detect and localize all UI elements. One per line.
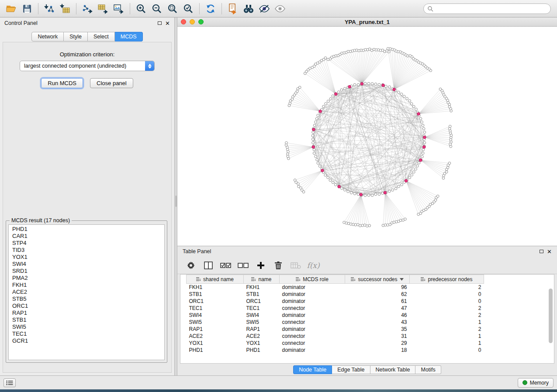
zoom-out-button[interactable]	[149, 2, 165, 16]
table-cell: 2	[410, 326, 484, 333]
tab-network[interactable]: Network	[31, 32, 64, 41]
table-cell: ACE2	[244, 333, 280, 340]
mcds-result-item[interactable]: TEC1	[9, 330, 164, 337]
function-builder-button[interactable]: f(x)	[307, 259, 320, 272]
table-cell: 0	[410, 347, 484, 354]
mcds-result-item[interactable]: PHD1	[9, 226, 164, 233]
show-all-button[interactable]	[272, 2, 288, 16]
float-panel-icon[interactable]	[158, 21, 162, 25]
open-file-button[interactable]	[3, 2, 19, 16]
tab-node-table[interactable]: Node Table	[293, 365, 332, 374]
table-row[interactable]: SWI5SWI5connector431	[187, 319, 484, 326]
mcds-result-item[interactable]: YOX1	[9, 254, 164, 261]
mcds-result-list[interactable]: PHD1CAR1STP4TID3YOX1SWI4SRD1PMA2FKH1ACE2…	[8, 224, 165, 360]
mcds-result-item[interactable]: CAR1	[9, 233, 164, 240]
zoom-in-icon	[135, 3, 147, 14]
mcds-result-item[interactable]: STB1	[9, 316, 164, 323]
delete-table-button[interactable]	[289, 259, 302, 272]
import-table-button[interactable]	[57, 2, 73, 16]
mcds-result-item[interactable]: SRD1	[9, 268, 164, 275]
tab-motifs[interactable]: Motifs	[415, 365, 441, 374]
mcds-result-item[interactable]: FKH1	[9, 282, 164, 289]
table-row[interactable]: ORC1ORC1dominator610	[187, 298, 484, 305]
column-header-shared-name[interactable]: shared name	[187, 275, 244, 284]
tab-edge-table[interactable]: Edge Table	[332, 365, 370, 374]
table-row[interactable]: TEC1TEC1connector472	[187, 305, 484, 312]
toolbar-separator	[199, 3, 200, 14]
import-network-button[interactable]	[42, 2, 57, 16]
mcds-result-item[interactable]: GCR1	[9, 337, 164, 344]
search-field[interactable]	[423, 3, 551, 14]
table-row[interactable]: RAP1RAP1dominator352	[187, 326, 484, 333]
delete-column-button[interactable]	[272, 259, 285, 272]
mcds-result-item[interactable]: ORC1	[9, 303, 164, 309]
run-mcds-button[interactable]: Run MCDS	[41, 78, 83, 88]
create-column-button[interactable]	[254, 259, 267, 272]
table-row[interactable]: SWI4SWI4dominator462	[187, 312, 484, 319]
deselect-all-rows-button[interactable]	[237, 259, 250, 272]
table-row[interactable]: ACE2ACE2connector311	[187, 333, 484, 340]
search-input[interactable]	[433, 6, 547, 12]
close-table-panel-icon[interactable]: ✕	[547, 249, 552, 254]
export-network-button[interactable]	[80, 2, 95, 16]
float-table-panel-icon[interactable]	[540, 250, 543, 253]
close-panel-icon[interactable]: ✕	[165, 21, 170, 26]
mcds-result-item[interactable]: TID3	[9, 247, 164, 254]
table-cell: dominator	[280, 347, 345, 354]
table-settings-button[interactable]	[184, 259, 197, 272]
table-row[interactable]: FKH1FKH1dominator962	[187, 284, 484, 291]
toolbar-separator	[221, 3, 222, 14]
table-scrollbar[interactable]	[549, 275, 553, 362]
export-image-button[interactable]	[111, 2, 127, 16]
table-cell: FKH1	[244, 284, 280, 291]
zoom-fit-button[interactable]	[165, 2, 180, 16]
tab-select[interactable]: Select	[88, 32, 115, 41]
scrollbar-thumb[interactable]	[549, 289, 553, 343]
table-cell: connector	[280, 340, 345, 347]
column-header-successor-nodes[interactable]: successor nodes	[345, 275, 410, 284]
close-panel-button[interactable]: Close panel	[90, 78, 133, 88]
zoom-selected-button[interactable]	[180, 2, 196, 16]
tab-style[interactable]: Style	[64, 32, 88, 41]
save-session-button[interactable]	[19, 2, 35, 16]
status-menu-button[interactable]	[3, 378, 16, 387]
column-header-mcds-role[interactable]: MCDS role	[280, 275, 345, 284]
zoom-in-button[interactable]	[133, 2, 149, 16]
find-button[interactable]	[241, 2, 256, 16]
table-row[interactable]: YOX1YOX1connector291	[187, 340, 484, 347]
refresh-layout-button[interactable]	[203, 2, 218, 16]
network-titlebar[interactable]: YPA_prune.txt_1	[177, 17, 557, 27]
table-cell: dominator	[280, 326, 345, 333]
table-cell: dominator	[280, 284, 345, 291]
column-header-predecessor-nodes[interactable]: predecessor nodes	[410, 275, 484, 284]
splitter-handle-icon	[175, 196, 177, 207]
table-cell: 96	[345, 284, 410, 291]
memory-button[interactable]: Memory	[518, 378, 554, 388]
mcds-result-item[interactable]: SWI4	[9, 261, 164, 268]
table-row[interactable]: PHD1PHD1dominator180	[187, 347, 484, 354]
network-snapshot-button[interactable]	[225, 2, 241, 16]
select-all-rows-button[interactable]	[219, 259, 232, 272]
mcds-result-item[interactable]: ACE2	[9, 289, 164, 296]
mcds-result-item[interactable]: SWI5	[9, 323, 164, 330]
mcds-result-item[interactable]: RAP1	[9, 309, 164, 316]
table-row[interactable]: STB1STB1dominator620	[187, 291, 484, 298]
network-canvas[interactable]	[177, 27, 557, 246]
export-table-button[interactable]	[95, 2, 111, 16]
network-graph[interactable]	[177, 27, 557, 246]
mcds-result-item[interactable]: PMA2	[9, 275, 164, 282]
table-cell: connector	[280, 333, 345, 340]
mcds-result-item[interactable]: STB5	[9, 296, 164, 303]
table-cell: 35	[345, 326, 410, 333]
column-header-name[interactable]: name	[244, 275, 280, 284]
list-icon	[6, 380, 13, 385]
criterion-dropdown[interactable]: largest connected component (undirected)	[20, 61, 155, 71]
mcds-result-item[interactable]: STP4	[9, 240, 164, 247]
tab-mcds[interactable]: MCDS	[115, 32, 143, 41]
hide-selected-button[interactable]	[256, 2, 272, 16]
table-cell: 61	[345, 298, 410, 305]
show-columns-button[interactable]	[202, 259, 215, 272]
tab-network-table[interactable]: Network Table	[370, 365, 416, 374]
table-cell: ACE2	[187, 333, 244, 340]
table-cell: 0	[410, 291, 484, 298]
